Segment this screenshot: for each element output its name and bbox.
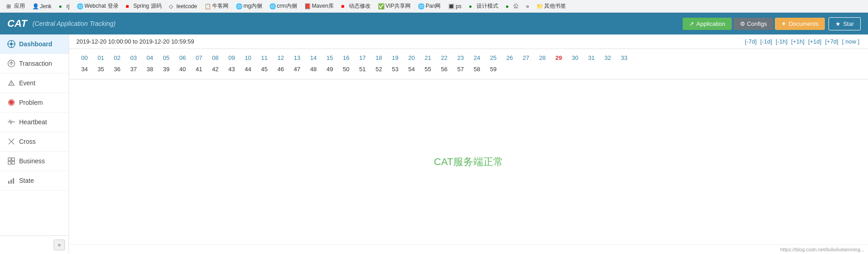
minute-cell-32[interactable]: 32 <box>600 53 616 63</box>
minute-cell-18[interactable]: 18 <box>371 53 387 63</box>
minute-cell-10[interactable]: 10 <box>240 53 256 63</box>
minute-cell-11[interactable]: 11 <box>256 53 273 63</box>
minute-cell-09[interactable]: 09 <box>223 53 240 63</box>
minute-cell-49[interactable]: 49 <box>322 64 338 74</box>
minute-cell-46[interactable]: 46 <box>273 64 289 74</box>
minute-cell-55[interactable]: 55 <box>420 64 436 74</box>
nav-now[interactable]: [ now ] <box>841 38 861 45</box>
minute-cell-34[interactable]: 34 <box>76 64 93 74</box>
minute-cell-31[interactable]: 31 <box>583 53 600 63</box>
bookmark-spring[interactable]: ■ Spring 源码 <box>123 1 164 11</box>
bookmark-ps[interactable]: 🔳 ps <box>445 2 464 10</box>
minute-cell-25[interactable]: 25 <box>485 53 501 63</box>
minute-cell-56[interactable]: 56 <box>436 64 452 74</box>
minute-cell-38[interactable]: 38 <box>142 64 158 74</box>
minute-cell-21[interactable]: 21 <box>420 53 436 63</box>
bookmark-maven[interactable]: 📕 Maven库 <box>302 1 337 11</box>
minute-cell-13[interactable]: 13 <box>289 53 305 63</box>
bookmark-dynamic[interactable]: ■ 动态修改 <box>338 1 373 11</box>
configs-nav-btn[interactable]: ⚙ Configs <box>734 18 774 30</box>
minute-cell-15[interactable]: 15 <box>322 53 338 63</box>
bookmark-others[interactable]: 📁 其他书签 <box>534 1 569 11</box>
nav-plus-7d[interactable]: [+7d] <box>823 38 839 45</box>
minute-cell-50[interactable]: 50 <box>338 64 354 74</box>
nav-plus-1h[interactable]: [+1h] <box>790 38 806 45</box>
minute-cell-12[interactable]: 12 <box>273 53 289 63</box>
minute-cell-52[interactable]: 52 <box>371 64 387 74</box>
nav-minus-7d[interactable]: [-7d] <box>744 38 758 45</box>
minute-cell-27[interactable]: 27 <box>518 53 534 63</box>
minute-cell-19[interactable]: 19 <box>387 53 403 63</box>
sidebar-item-heartbeat[interactable]: Heartbeat <box>0 112 69 132</box>
minute-cell-04[interactable]: 04 <box>142 53 158 63</box>
minute-cell-29[interactable]: 29 <box>551 53 567 63</box>
minute-cell-51[interactable]: 51 <box>354 64 371 74</box>
minute-cell-43[interactable]: 43 <box>223 64 240 74</box>
sidebar-item-business[interactable]: Business <box>0 151 69 171</box>
minute-cell-41[interactable]: 41 <box>191 64 207 74</box>
minute-cell-06[interactable]: 06 <box>174 53 191 63</box>
minute-cell-30[interactable]: 30 <box>567 53 583 63</box>
sidebar-item-state[interactable]: State <box>0 171 69 190</box>
minute-cell-02[interactable]: 02 <box>109 53 125 63</box>
minute-cell-14[interactable]: 14 <box>305 53 322 63</box>
documents-nav-btn[interactable]: ✦ Documents <box>775 18 825 30</box>
minute-cell-37[interactable]: 37 <box>125 64 142 74</box>
minute-cell-36[interactable]: 36 <box>109 64 125 74</box>
sidebar-item-transaction[interactable]: Transaction <box>0 54 69 73</box>
minute-cell-57[interactable]: 57 <box>452 64 469 74</box>
minute-cell-59[interactable]: 59 <box>485 64 501 74</box>
minute-cell-17[interactable]: 17 <box>354 53 371 63</box>
minute-cell-20[interactable]: 20 <box>403 53 420 63</box>
minute-cell-23[interactable]: 23 <box>452 53 469 63</box>
minute-cell-54[interactable]: 54 <box>403 64 420 74</box>
bookmark-jenk[interactable]: 👤 Jenk <box>30 2 54 10</box>
bookmark-design[interactable]: ● 设计模式 <box>466 1 501 11</box>
bookmark-mg[interactable]: 🌐 mg内侧 <box>233 1 265 11</box>
bookmark-public[interactable]: ● 公 <box>503 1 521 11</box>
bookmark-rj[interactable]: ● rj <box>56 2 72 10</box>
minute-cell-45[interactable]: 45 <box>256 64 273 74</box>
minute-cell-22[interactable]: 22 <box>436 53 452 63</box>
bookmark-webchat[interactable]: 🌐 Webchat 登录 <box>74 1 121 11</box>
bookmark-vip[interactable]: ✅ VIP共享网 <box>375 1 413 11</box>
minute-cell-00[interactable]: 00 <box>76 53 93 63</box>
minute-cell-40[interactable]: 40 <box>174 64 191 74</box>
minute-cell-53[interactable]: 53 <box>387 64 403 74</box>
sidebar-item-event[interactable]: Event <box>0 73 69 93</box>
nav-minus-1h[interactable]: [-1h] <box>774 38 789 45</box>
minute-cell-08[interactable]: 08 <box>207 53 223 63</box>
bookmark-crm[interactable]: 🌐 crm内侧 <box>267 1 300 11</box>
bookmark-niuke[interactable]: 📋 牛客网 <box>202 1 231 11</box>
sidebar-collapse-button[interactable]: « <box>54 239 65 250</box>
bookmark-leetcode[interactable]: ◇ leetcode <box>166 2 200 10</box>
status-area: CAT服务端正常 <box>69 79 868 244</box>
minute-cell-28[interactable]: 28 <box>534 53 551 63</box>
bookmark-apps[interactable]: ⊞ 应用 <box>4 1 28 11</box>
sidebar-item-dashboard[interactable]: Dashboard <box>0 34 69 54</box>
minute-cell-26[interactable]: 26 <box>501 53 518 63</box>
minute-cell-07[interactable]: 07 <box>191 53 207 63</box>
minute-cell-01[interactable]: 01 <box>93 53 109 63</box>
minute-cell-58[interactable]: 58 <box>469 64 485 74</box>
bookmark-pan[interactable]: 🌐 Pan网 <box>415 1 443 11</box>
minute-cell-16[interactable]: 16 <box>338 53 354 63</box>
minute-cell-03[interactable]: 03 <box>125 53 142 63</box>
minute-cell-35[interactable]: 35 <box>93 64 109 74</box>
star-button[interactable]: ★ Star <box>828 17 861 30</box>
spring-icon: ■ <box>126 3 132 10</box>
sidebar-item-problem[interactable]: Problem <box>0 93 69 112</box>
minute-cell-05[interactable]: 05 <box>158 53 174 63</box>
nav-plus-1d[interactable]: [+1d] <box>807 38 823 45</box>
minute-cell-42[interactable]: 42 <box>207 64 223 74</box>
minute-cell-47[interactable]: 47 <box>289 64 305 74</box>
minute-cell-33[interactable]: 33 <box>616 53 632 63</box>
minute-cell-44[interactable]: 44 <box>240 64 256 74</box>
nav-minus-1d[interactable]: [-1d] <box>759 38 774 45</box>
minute-cell-39[interactable]: 39 <box>158 64 174 74</box>
bookmark-more[interactable]: » <box>523 2 532 10</box>
minute-cell-48[interactable]: 48 <box>305 64 322 74</box>
minute-cell-24[interactable]: 24 <box>469 53 485 63</box>
sidebar-item-cross[interactable]: Cross <box>0 132 69 151</box>
application-nav-btn[interactable]: ↗ Application <box>683 18 732 30</box>
